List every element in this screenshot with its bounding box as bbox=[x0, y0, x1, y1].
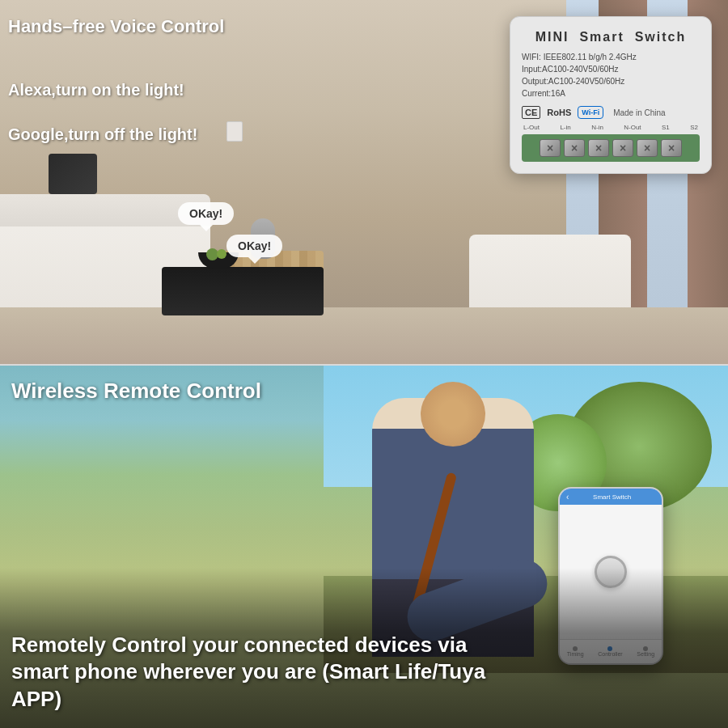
top-section: Hands–free Voice Control Alexa,turn on t… bbox=[0, 0, 728, 364]
person-head bbox=[421, 382, 485, 447]
okay-bubble-2: OKay! bbox=[226, 235, 282, 257]
screw-5 bbox=[637, 139, 658, 157]
wifi-badge: Wi-Fi bbox=[578, 106, 603, 119]
terminal-label-lout: L-Out bbox=[523, 124, 540, 131]
ce-badge: CE bbox=[522, 106, 540, 119]
product-specs: WIFI: IEEE802.11 b/g/h 2.4GHz Input:AC10… bbox=[522, 51, 700, 99]
alexa-command: Alexa,turn on the light! bbox=[8, 81, 184, 99]
phone-statusbar: ‹ Smart Switch bbox=[560, 489, 662, 505]
screw-6 bbox=[661, 139, 682, 157]
sofa-right bbox=[469, 235, 631, 315]
wireless-control-title: Wireless Remote Control bbox=[11, 379, 261, 404]
wall-switch bbox=[226, 121, 243, 142]
terminals-strip bbox=[522, 134, 700, 162]
screw-4 bbox=[612, 139, 633, 157]
screw-3 bbox=[588, 139, 609, 157]
floor bbox=[0, 307, 728, 364]
product-model: Switch bbox=[635, 30, 687, 44]
phone-app-title: Smart Switch bbox=[569, 493, 655, 501]
origin-label: Made in China bbox=[613, 108, 665, 117]
screw-2 bbox=[564, 139, 585, 157]
product-type: Smart bbox=[579, 30, 624, 44]
description-area: Remotely Control your connected devices … bbox=[11, 632, 526, 713]
pillow bbox=[49, 154, 97, 194]
rohs-badge: RoHS bbox=[547, 108, 571, 117]
description-text: Remotely Control your connected devices … bbox=[11, 632, 526, 713]
spec-input: Input:AC100-240V50/60Hz bbox=[522, 63, 700, 75]
voice-control-title: Hands–free Voice Control bbox=[8, 16, 224, 37]
terminal-label-s2: S2 bbox=[690, 124, 698, 131]
coffee-table bbox=[162, 267, 324, 315]
screw-1 bbox=[540, 139, 561, 157]
product-card: MINI Smart Switch WIFI: IEEE802.11 b/g/h… bbox=[510, 16, 712, 174]
terminal-label-nin: N-in bbox=[591, 124, 603, 131]
spec-output: Output:AC100-240V50/60Hz bbox=[522, 75, 700, 87]
terminal-label-lin: L-in bbox=[560, 124, 570, 131]
terminal-label-nout: N-Out bbox=[624, 124, 641, 131]
product-title: MINI Smart Switch bbox=[522, 30, 700, 44]
spec-wifi: WIFI: IEEE802.11 b/g/h 2.4GHz bbox=[522, 51, 700, 63]
product-brand: MINI bbox=[535, 30, 569, 44]
fruit2 bbox=[217, 249, 226, 259]
terminal-label-s1: S1 bbox=[662, 124, 670, 131]
terminal-labels: L-Out L-in N-in N-Out S1 S2 bbox=[522, 124, 700, 131]
okay-bubble-1: OKay! bbox=[178, 202, 234, 225]
product-badges: CE RoHS Wi-Fi Made in China bbox=[522, 106, 700, 119]
google-command: Google,turn off the light! bbox=[8, 125, 197, 144]
bottom-section: Wireless Remote Control ‹ Smart Switch T… bbox=[0, 366, 728, 728]
spec-current: Current:16A bbox=[522, 87, 700, 99]
